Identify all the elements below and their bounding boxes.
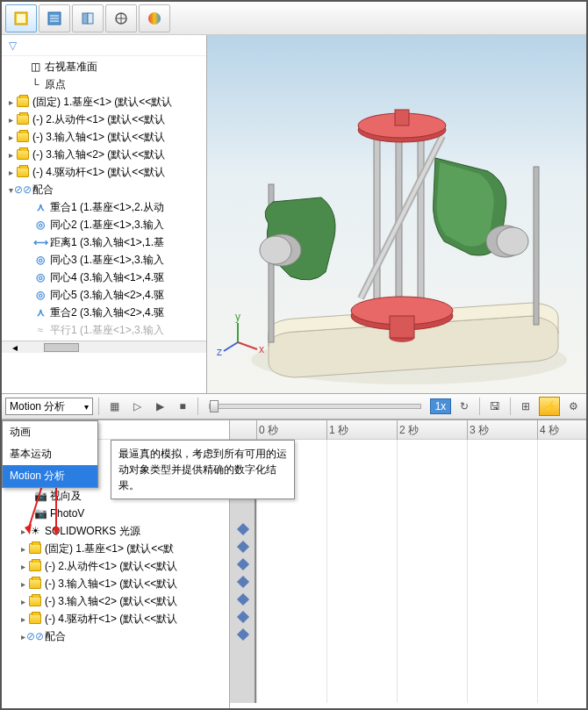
tree-label: 原点 xyxy=(45,77,66,92)
tree-label: (-) 3.输入轴<2> (默认<<默认 xyxy=(32,147,165,162)
tree-label: 配合 xyxy=(32,183,54,197)
tree-part[interactable]: ▸(-) 3.输入轴<1> (默认<<默认 xyxy=(2,128,206,146)
timeline-ruler[interactable]: 0 秒 1 秒 2 秒 3 秒 4 秒 xyxy=(230,420,586,440)
tree-part[interactable]: ▸(-) 3.输入轴<1> (默认<<默认 xyxy=(2,575,229,592)
calculate-button[interactable]: ▦ xyxy=(104,397,124,416)
concentric-icon: ◎ xyxy=(33,253,47,267)
tree-label: (-) 4.驱动杆<1> (默认<<默认 xyxy=(45,612,177,627)
tree-part[interactable]: ▸(-) 3.输入轴<2> (默认<<默认 xyxy=(2,146,206,163)
tree-part[interactable]: ▸(-) 2.从动件<1> (默认<<默认 xyxy=(2,557,229,575)
origin-icon: └ xyxy=(28,77,42,91)
mates-icon: ⊘⊘ xyxy=(16,183,30,197)
slider-thumb[interactable] xyxy=(210,400,219,412)
tree-label: 视向及 xyxy=(50,489,82,504)
svg-point-11 xyxy=(148,12,161,25)
svg-rect-15 xyxy=(374,127,380,316)
svg-rect-14 xyxy=(534,167,539,325)
playback-speed[interactable]: 1x xyxy=(430,398,451,414)
tree-label: 右视基准面 xyxy=(45,60,97,75)
tree-mate[interactable]: ◎同心4 (3.输入轴<1>,4.驱 xyxy=(2,269,206,286)
tree-label: 同心2 (1.基座<1>,3.输入 xyxy=(50,218,164,233)
tree-mate[interactable]: ◎同心3 (1.基座<1>,3.输入 xyxy=(2,251,206,269)
filter-icon[interactable]: ▽ xyxy=(5,39,19,53)
tree-mate[interactable]: ◎同心5 (3.输入轴<2>,4.驱 xyxy=(2,286,206,304)
menu-item-animation[interactable]: 动画 xyxy=(3,421,97,443)
tree-label: 配合 xyxy=(45,629,66,644)
tree-mate[interactable]: ⋏重合2 (3.输入轴<2>,4.驱 xyxy=(2,304,206,321)
loop-button[interactable]: ↻ xyxy=(455,397,474,416)
tree-part[interactable]: ▸(-) 4.驱动杆<1> (默认<<默认 xyxy=(2,163,206,181)
tab-config-manager[interactable] xyxy=(72,4,104,32)
tree-part[interactable]: ▸(-) 3.输入轴<2> (默认<<默认 xyxy=(2,592,229,610)
svg-text:y: y xyxy=(235,311,240,323)
menu-item-motion-analysis[interactable]: Motion 分析 xyxy=(3,465,97,487)
tree-horizontal-scrollbar[interactable]: ◂ xyxy=(2,341,206,353)
3d-viewport[interactable]: x y z xyxy=(207,35,586,393)
tree-label: (固定) 1.基座<1> (默认<<默认 xyxy=(32,95,172,110)
svg-line-35 xyxy=(224,342,238,351)
svg-text:z: z xyxy=(217,346,222,358)
stop-button[interactable]: ■ xyxy=(173,397,192,416)
feature-tree: ◫右视基准面 └原点 ▸(固定) 1.基座<1> (默认<<默认 ▸(-) 2.… xyxy=(2,56,206,341)
part-icon xyxy=(28,541,42,556)
tree-label: 距离1 (3.输入轴<1>,1.基 xyxy=(50,235,164,250)
svg-rect-26 xyxy=(395,110,409,126)
tree-label: (-) 3.输入轴<1> (默认<<默认 xyxy=(32,130,165,145)
tab-display-manager[interactable] xyxy=(105,4,137,32)
motion-toolbar: Motion 分析 ▦ ▷ ▶ ■ 1x ↻ 🖫 ⊞ ⚡ ⚙ xyxy=(2,393,586,420)
menu-item-basic-motion[interactable]: 基本运动 xyxy=(3,443,97,465)
tab-property-manager[interactable] xyxy=(39,4,70,32)
tree-part[interactable]: ▸(-) 4.驱动杆<1> (默认<<默认 xyxy=(2,610,229,628)
manager-tabs xyxy=(2,2,586,35)
motion-element-button[interactable]: ⊞ xyxy=(516,397,535,416)
tree-photoview[interactable]: 📷PhotoV xyxy=(2,505,229,522)
play-start-button[interactable]: ▷ xyxy=(127,397,147,416)
lights-icon: ☀ xyxy=(28,524,42,538)
tab-feature-tree[interactable] xyxy=(5,4,37,32)
tree-filter-row: ▽ xyxy=(2,35,206,56)
tooltip-text: 最逼真的模拟，考虑到所有可用的运动对象类型并提供精确的数字化结果。 xyxy=(118,448,287,491)
camera-icon: 📷 xyxy=(33,506,47,520)
tree-lights[interactable]: ▸☀SOLIDWORKS 光源 xyxy=(2,522,229,540)
tab-appearance-manager[interactable] xyxy=(139,4,170,32)
svg-text:x: x xyxy=(259,343,264,355)
part-icon xyxy=(16,95,30,109)
tree-mate[interactable]: ◎同心2 (1.基座<1>,3.输入 xyxy=(2,216,206,233)
tree-mates[interactable]: ▸⊘⊘配合 xyxy=(2,628,229,645)
tree-mate[interactable]: ⋏重合1 (1.基座<1>,2.从动 xyxy=(2,198,206,216)
tree-label: (-) 2.从动件<1> (默认<<默认 xyxy=(45,559,177,574)
scrollbar-thumb[interactable] xyxy=(44,343,79,352)
tree-label: PhotoV xyxy=(50,507,84,520)
part-icon xyxy=(16,130,30,144)
playback-slider[interactable] xyxy=(209,404,421,409)
tree-mate[interactable]: ⟷距离1 (3.输入轴<1>,1.基 xyxy=(2,233,206,251)
tree-mate-suppressed[interactable]: ≈平行1 (1.基座<1>,3.输入 xyxy=(2,321,206,339)
save-animation-button[interactable]: 🖫 xyxy=(485,397,505,416)
study-type-dropdown[interactable]: Motion 分析 xyxy=(5,398,93,415)
tree-label: 平行1 (1.基座<1>,3.输入 xyxy=(50,323,164,338)
tree-origin[interactable]: └原点 xyxy=(2,75,206,93)
tree-label: (-) 2.从动件<1> (默认<<默认 xyxy=(32,112,165,127)
tree-plane[interactable]: ◫右视基准面 xyxy=(2,58,206,75)
coincident-icon: ⋏ xyxy=(33,305,47,319)
settings-button[interactable]: ⚙ xyxy=(563,397,583,416)
camera-icon: 📷 xyxy=(33,489,47,503)
parallel-icon: ≈ xyxy=(33,323,47,337)
tree-label: (-) 4.驱动杆<1> (默认<<默认 xyxy=(32,165,165,180)
tree-part[interactable]: ▸(-) 2.从动件<1> (默认<<默认 xyxy=(2,111,206,128)
study-type-label: Motion 分析 xyxy=(10,399,65,414)
tree-label: (-) 3.输入轴<1> (默认<<默认 xyxy=(45,577,177,592)
tree-label: 同心4 (3.输入轴<1>,4.驱 xyxy=(50,270,164,285)
time-tick: 1 秒 xyxy=(326,420,348,440)
svg-line-31 xyxy=(238,342,257,349)
tree-part[interactable]: ▸(固定) 1.基座<1> (默认<<默认 xyxy=(2,93,206,111)
part-icon xyxy=(16,165,30,179)
run-calc-button[interactable]: ⚡ xyxy=(539,397,560,416)
tree-mates-folder[interactable]: ▾⊘⊘配合 xyxy=(2,181,206,198)
distance-icon: ⟷ xyxy=(33,235,47,249)
feature-tree-panel: ▽ ◫右视基准面 └原点 ▸(固定) 1.基座<1> (默认<<默认 ▸(-) … xyxy=(2,35,207,393)
play-button[interactable]: ▶ xyxy=(150,397,169,416)
part-icon xyxy=(28,594,42,608)
tree-part[interactable]: ▸(固定) 1.基座<1> (默认<<默 xyxy=(2,540,229,557)
study-type-menu: 动画 基本运动 Motion 分析 xyxy=(2,420,98,488)
